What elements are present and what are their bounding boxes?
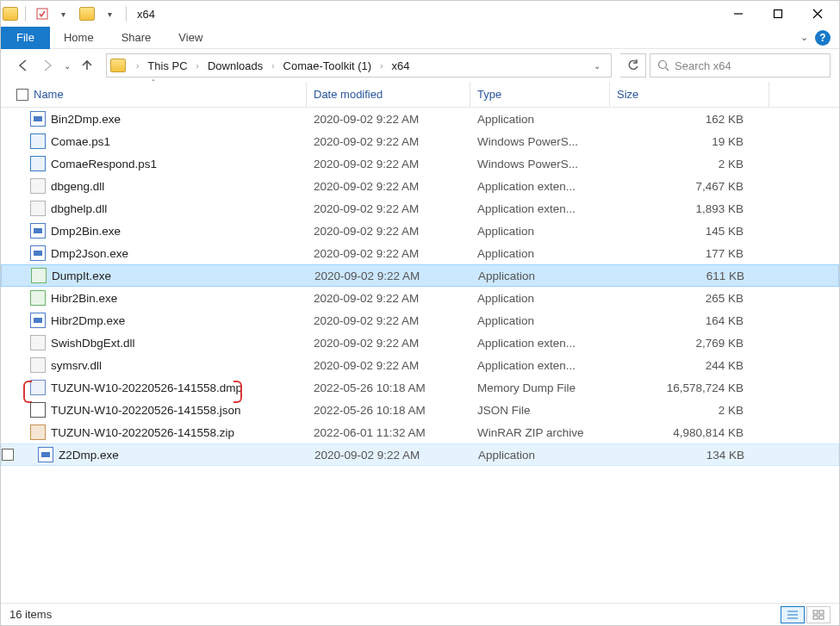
file-row[interactable]: Z2Dmp.exe2020-09-02 9:22 AMApplication13…: [1, 443, 839, 466]
title-bar: ▾ ▾ x64: [1, 1, 839, 27]
file-type: Application exten...: [470, 337, 610, 350]
close-button[interactable]: [798, 1, 837, 27]
tab-view[interactable]: View: [165, 27, 216, 49]
file-row[interactable]: Hibr2Bin.exe2020-09-02 9:22 AMApplicatio…: [1, 287, 839, 309]
address-bar[interactable]: › This PC › Downloads › Comae-Toolkit (1…: [106, 53, 612, 77]
tab-home[interactable]: Home: [50, 27, 108, 49]
dll-file-icon: [30, 201, 46, 216]
file-size: 4,980,814 KB: [610, 426, 769, 439]
svg-rect-11: [819, 611, 824, 614]
breadcrumb-item[interactable]: Comae-Toolkit (1): [282, 59, 374, 72]
file-name-cell: TUZUN-W10-20220526-141558.dmp: [1, 380, 307, 395]
forward-button[interactable]: [37, 55, 58, 76]
file-name: Dmp2Bin.exe: [51, 225, 121, 238]
column-date[interactable]: Date modified: [307, 82, 470, 107]
file-name-cell: Dmp2Bin.exe: [1, 223, 307, 239]
maximize-button[interactable]: [758, 1, 798, 27]
file-type: Application: [470, 314, 610, 327]
file-name-cell: Z2Dmp.exe: [2, 447, 308, 462]
exe-file-icon: [30, 245, 46, 261]
column-size[interactable]: Size: [610, 82, 769, 107]
file-size: 134 KB: [611, 449, 770, 462]
qat-dropdown-icon[interactable]: ▾: [53, 4, 72, 23]
back-button[interactable]: [13, 55, 34, 76]
qat-customize-icon[interactable]: ▾: [100, 4, 119, 23]
address-dropdown-button[interactable]: ⌄: [587, 55, 607, 76]
help-icon[interactable]: ?: [815, 30, 831, 46]
file-type: Memory Dump File: [470, 381, 610, 394]
svg-rect-13: [819, 616, 824, 619]
file-row[interactable]: TUZUN-W10-20220526-141558.zip2022-06-01 …: [1, 421, 839, 443]
file-size: 1,893 KB: [610, 202, 769, 215]
breadcrumb-item[interactable]: Downloads: [206, 59, 264, 72]
breadcrumb-item[interactable]: x64: [390, 59, 412, 72]
file-name: Comae.ps1: [51, 135, 110, 148]
file-name: dbgeng.dll: [51, 180, 104, 193]
file-name-cell: dbgeng.dll: [1, 178, 307, 194]
file-date: 2020-09-02 9:22 AM: [307, 225, 470, 238]
file-row[interactable]: Comae.ps12020-09-02 9:22 AMWindows Power…: [1, 130, 839, 152]
up-button[interactable]: [77, 55, 97, 76]
ribbon-collapse-icon[interactable]: ⌄: [800, 32, 808, 43]
chevron-right-icon[interactable]: ›: [266, 61, 279, 71]
json-file-icon: [30, 402, 46, 418]
chevron-right-icon[interactable]: ›: [191, 61, 204, 71]
file-name: Z2Dmp.exe: [59, 449, 119, 462]
exe-file-icon: [30, 223, 46, 239]
refresh-button[interactable]: [620, 53, 646, 77]
file-size: 162 KB: [610, 113, 769, 126]
file-row[interactable]: ComaeRespond.ps12020-09-02 9:22 AMWindow…: [1, 152, 839, 175]
file-row[interactable]: SwishDbgExt.dll2020-09-02 9:22 AMApplica…: [1, 332, 839, 354]
dll-file-icon: [30, 357, 46, 373]
file-name: ComaeRespond.ps1: [51, 158, 157, 170]
row-checkbox[interactable]: [2, 449, 14, 461]
file-size: 2,769 KB: [610, 337, 769, 350]
column-name[interactable]: Name ˆ: [1, 82, 307, 107]
file-date: 2020-09-02 9:22 AM: [307, 314, 470, 327]
file-size: 145 KB: [610, 225, 769, 238]
column-headers: Name ˆ Date modified Type Size: [1, 82, 839, 108]
file-size: 611 KB: [611, 270, 770, 282]
file-row[interactable]: Hibr2Dmp.exe2020-09-02 9:22 AMApplicatio…: [1, 309, 839, 332]
exe-file-icon: [38, 447, 53, 462]
file-type: Application: [471, 270, 611, 282]
file-row[interactable]: DumpIt.exe2020-09-02 9:22 AMApplication6…: [1, 264, 839, 287]
ps1-file-icon: [30, 156, 46, 171]
file-name-cell: Hibr2Bin.exe: [1, 290, 307, 306]
recent-locations-button[interactable]: ⌄: [61, 55, 73, 76]
qat-properties-button[interactable]: [33, 4, 52, 23]
view-details-button[interactable]: [781, 606, 805, 623]
file-row[interactable]: Bin2Dmp.exe2020-09-02 9:22 AMApplication…: [1, 108, 839, 130]
minimize-button[interactable]: [719, 1, 758, 27]
file-row[interactable]: dbghelp.dll2020-09-02 9:22 AMApplication…: [1, 197, 839, 220]
search-input[interactable]: Search x64: [650, 53, 831, 77]
svg-rect-10: [813, 611, 818, 614]
column-type[interactable]: Type: [470, 82, 610, 107]
breadcrumb-item[interactable]: This PC: [146, 59, 189, 72]
file-row[interactable]: Dmp2Json.exe2020-09-02 9:22 AMApplicatio…: [1, 242, 839, 264]
file-type: Application: [470, 113, 610, 126]
chevron-right-icon[interactable]: ›: [131, 61, 144, 71]
file-name-cell: symsrv.dll: [1, 357, 307, 373]
ps1-file-icon: [30, 133, 46, 149]
file-name: dbghelp.dll: [51, 202, 107, 215]
view-icons-button[interactable]: [806, 606, 831, 623]
file-row[interactable]: dbgeng.dll2020-09-02 9:22 AMApplication …: [1, 175, 839, 197]
file-row[interactable]: Dmp2Bin.exe2020-09-02 9:22 AMApplication…: [1, 220, 839, 242]
file-date: 2020-09-02 9:22 AM: [307, 180, 470, 193]
select-all-checkbox[interactable]: [16, 89, 28, 101]
file-size: 177 KB: [610, 247, 769, 260]
chevron-right-icon[interactable]: ›: [375, 61, 388, 71]
ribbon-tabs: File Home Share View ⌄ ?: [1, 27, 839, 49]
file-name: Bin2Dmp.exe: [51, 113, 121, 126]
file-row[interactable]: TUZUN-W10-20220526-141558.json2022-05-26…: [1, 399, 839, 421]
file-type: Application exten...: [470, 359, 610, 372]
tab-share[interactable]: Share: [108, 27, 165, 49]
special-file-icon: [31, 268, 47, 283]
tab-file[interactable]: File: [1, 27, 50, 49]
file-date: 2022-06-01 11:32 AM: [307, 426, 470, 439]
file-row[interactable]: TUZUN-W10-20220526-141558.dmp2022-05-26 …: [1, 376, 839, 399]
file-row[interactable]: symsrv.dll2020-09-02 9:22 AMApplication …: [1, 354, 839, 376]
file-name: Dmp2Json.exe: [51, 247, 128, 260]
file-name-cell: DumpIt.exe: [2, 268, 308, 283]
